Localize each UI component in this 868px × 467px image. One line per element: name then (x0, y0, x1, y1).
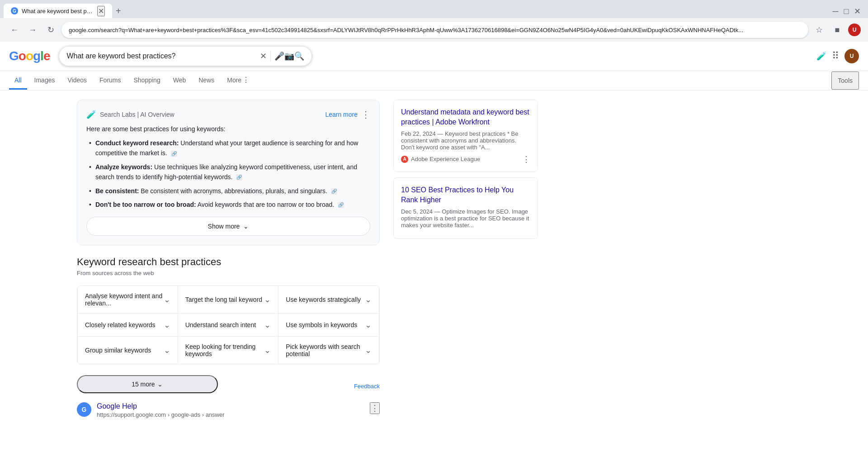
minimize-button[interactable]: ─ (832, 7, 839, 14)
accordion-item-closely-related[interactable]: Closely related keywords ⌄ (77, 314, 178, 336)
tab-news[interactable]: News (193, 72, 220, 90)
tab-shopping[interactable]: Shopping (128, 72, 166, 90)
address-input[interactable] (61, 22, 808, 38)
chevron-down-icon: ⌄ (164, 320, 170, 330)
user-avatar[interactable]: U (844, 49, 859, 63)
reload-button[interactable]: ↻ (43, 23, 58, 37)
tab-more[interactable]: More ⋮ (222, 71, 255, 90)
google-header: Google ✕ 🎤 📷 🔍 🧪 ⠿ U (0, 42, 868, 71)
bottom-result-favicon: G (77, 402, 91, 417)
ai-item-link-3[interactable]: 🔗 (338, 202, 344, 208)
bottom-result-more-button[interactable]: ⋮ (370, 402, 380, 414)
ai-overview-header: 🧪 Search Labs | AI Overview Learn more ⋮ (86, 109, 370, 120)
tools-button[interactable]: Tools (831, 71, 859, 90)
tab-web[interactable]: Web (168, 72, 192, 90)
bottom-result-title[interactable]: Google Help (97, 402, 364, 410)
ai-list-item: Don't be too narrow or too broad: Avoid … (86, 200, 370, 210)
more-results-row: 15 more ⌄ Feedback (77, 372, 380, 393)
back-button[interactable]: ← (7, 23, 22, 37)
accordion-row-3: Group similar keywords ⌄ Keep looking fo… (77, 336, 379, 364)
accordion-row-1: Analyse keyword intent and relevan... ⌄ … (77, 286, 379, 313)
result-title-1: Understand metadata and keyword best pra… (401, 107, 530, 128)
accordion-item-keep-trending[interactable]: Keep looking for trending keywords ⌄ (178, 337, 279, 364)
flask-icon: 🧪 (816, 51, 826, 61)
close-button[interactable]: ✕ (854, 7, 861, 14)
ai-list-item: Conduct keyword research: Understand wha… (86, 138, 370, 158)
more-results-button[interactable]: 15 more ⌄ (77, 375, 218, 393)
accordion-wrapper: Analyse keyword intent and relevan... ⌄ … (77, 286, 380, 364)
ai-item-desc: Be consistent with acronyms, abbreviatio… (141, 187, 327, 195)
clear-search-button[interactable]: ✕ (260, 51, 267, 61)
ai-list-item: Analyze keywords: Use techniques like an… (86, 162, 370, 182)
ai-item-term: Conduct keyword research: (95, 139, 179, 147)
maximize-button[interactable]: □ (843, 7, 850, 14)
chevron-down-icon: ⌄ (157, 381, 163, 388)
profile-avatar[interactable]: U (848, 24, 861, 36)
tab-favicon: G (11, 7, 18, 14)
image-search-button[interactable]: 📷 (284, 51, 294, 61)
source-favicon-1: A (401, 156, 408, 163)
ai-item-term: Don't be too narrow or too broad: (95, 201, 196, 208)
right-column: Understand metadata and keyword best pra… (393, 100, 538, 422)
tab-close-button[interactable]: ✕ (97, 6, 105, 16)
tab-forums[interactable]: Forums (94, 72, 126, 90)
result-date-1: Feb 22, 2024 — Keyword best practices * … (401, 130, 530, 151)
ai-title: Search Labs | AI Overview (100, 111, 175, 118)
accordion-item-group-similar[interactable]: Group similar keywords ⌄ (77, 337, 178, 364)
search-box: ✕ 🎤 📷 🔍 (59, 46, 312, 66)
window-controls: ─ □ ✕ (832, 7, 868, 14)
extensions-button[interactable]: ■ (830, 23, 844, 37)
bottom-result-url: https://support.google.com › google-ads … (97, 411, 364, 418)
source-name-1: Adobe Experience League (411, 156, 480, 162)
header-right: 🧪 ⠿ U (816, 49, 859, 63)
tab-videos[interactable]: Videos (62, 72, 92, 90)
show-more-button[interactable]: Show more ⌄ (86, 217, 370, 236)
accordion-item-use-strategically[interactable]: Use keywords strategically ⌄ (278, 286, 379, 313)
chevron-down-icon: ⌄ (264, 345, 271, 355)
more-results-label: 15 more (132, 381, 155, 388)
accordion-item-understand-intent[interactable]: Understand search intent ⌄ (178, 314, 279, 336)
show-more-label: Show more (208, 223, 240, 230)
chevron-down-icon: ⌄ (164, 295, 170, 305)
ai-item-link-1[interactable]: 🔗 (236, 174, 242, 181)
chevron-down-icon: ⌄ (365, 320, 372, 330)
search-button[interactable]: 🔍 (294, 51, 304, 61)
chevron-down-icon: ⌄ (264, 295, 271, 305)
accordion-item-use-symbols[interactable]: Use symbols in keywords ⌄ (278, 314, 379, 336)
ai-item-link-0[interactable]: 🔗 (171, 151, 177, 157)
google-page: Google ✕ 🎤 📷 🔍 🧪 ⠿ U All Images Videos F… (0, 42, 868, 431)
forward-button[interactable]: → (25, 23, 40, 37)
result-card-1[interactable]: Understand metadata and keyword best pra… (393, 100, 538, 172)
ai-more-button[interactable]: ⋮ (361, 109, 370, 120)
voice-search-button[interactable]: 🎤 (274, 51, 284, 61)
apps-grid-icon[interactable]: ⠿ (832, 50, 839, 62)
tab-all[interactable]: All (9, 72, 27, 90)
ai-overview: 🧪 Search Labs | AI Overview Learn more ⋮… (77, 100, 380, 245)
active-tab[interactable]: G What are keyword best practic... ✕ (4, 4, 112, 18)
result-date-2: Dec 5, 2024 — Optimize Images for SEO. I… (401, 208, 530, 229)
accordion-item-target-long-tail[interactable]: Target the long tail keyword ⌄ (178, 286, 279, 313)
bookmark-button[interactable]: ☆ (812, 23, 826, 37)
search-input[interactable] (66, 52, 260, 60)
tab-title: What are keyword best practic... (22, 8, 94, 14)
ai-intro: Here are some best practices for using k… (86, 125, 370, 133)
feedback-link[interactable]: Feedback (225, 383, 380, 390)
ai-flask-icon: 🧪 (86, 110, 96, 119)
accordion-item-search-potential[interactable]: Pick keywords with search potential ⌄ (278, 337, 379, 364)
learn-more-link[interactable]: Learn more (325, 111, 358, 118)
accordion-item-analyse[interactable]: Analyse keyword intent and relevan... ⌄ (77, 286, 178, 313)
google-logo: Google (9, 49, 50, 63)
search-divider (270, 51, 271, 62)
chevron-down-icon: ⌄ (264, 320, 271, 330)
main-content: 🧪 Search Labs | AI Overview Learn more ⋮… (0, 91, 868, 431)
ai-item-desc: Avoid keywords that are too narrow or to… (198, 201, 334, 208)
new-tab-button[interactable]: + (112, 6, 125, 16)
tab-bar: G What are keyword best practic... ✕ + ─… (0, 0, 868, 18)
ai-item-link-2[interactable]: 🔗 (331, 188, 337, 195)
nav-tabs: All Images Videos Forums Shopping Web Ne… (0, 71, 868, 91)
ai-list-item: Be consistent: Be consistent with acrony… (86, 186, 370, 196)
result-more-button-1[interactable]: ⋮ (522, 154, 530, 164)
result-card-2[interactable]: 10 SEO Best Practices to Help You Rank H… (393, 177, 538, 239)
section-subtitle: From sources across the web (77, 270, 380, 276)
tab-images[interactable]: Images (29, 72, 61, 90)
